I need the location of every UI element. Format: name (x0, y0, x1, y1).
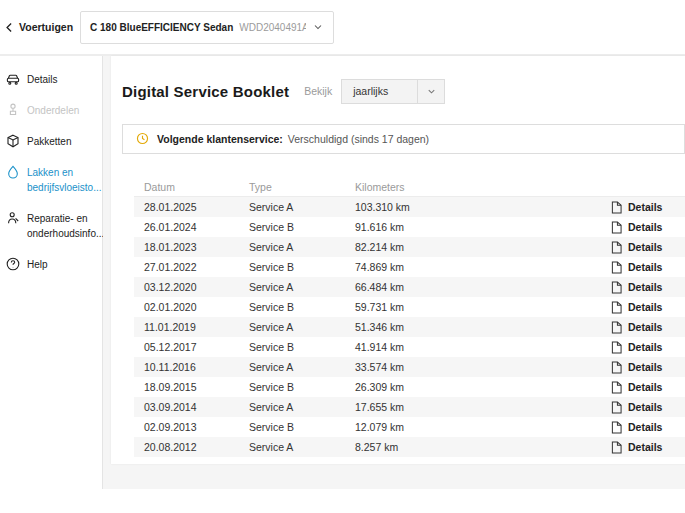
sidebar-item-label: Onderdelen (27, 103, 79, 118)
details-label: Details (628, 421, 662, 433)
document-icon (611, 221, 622, 234)
document-icon (611, 441, 622, 454)
cell-kilometers: 74.869 km (345, 261, 611, 273)
table-row: 18.09.2015 Service B 26.309 km Details (134, 377, 685, 397)
document-icon (611, 321, 622, 334)
cell-datum: 03.09.2014 (134, 401, 239, 413)
sidebar: Details Onderdelen Pakketten Lakken en b… (0, 56, 103, 489)
sidebar-item-label: Reparatie- en onderhoudsinfo... (27, 211, 104, 241)
sidebar-item-details[interactable]: Details (0, 64, 102, 95)
table-row: 02.09.2013 Service B 12.079 km Details (134, 417, 685, 437)
details-button[interactable]: Details (611, 241, 685, 254)
details-label: Details (628, 301, 662, 313)
cell-type: Service B (239, 221, 345, 233)
cell-type: Service B (239, 381, 345, 393)
sidebar-item-pakketten[interactable]: Pakketten (0, 126, 102, 157)
details-button[interactable]: Details (611, 421, 685, 434)
document-icon (611, 421, 622, 434)
cell-kilometers: 91.616 km (345, 221, 611, 233)
cell-datum: 03.12.2020 (134, 281, 239, 293)
cell-datum: 11.01.2019 (134, 321, 239, 333)
cell-datum: 02.09.2013 (134, 421, 239, 433)
view-interval-value: jaarlijks (342, 80, 417, 103)
cell-kilometers: 82.214 km (345, 241, 611, 253)
sidebar-item-onderdelen[interactable]: Onderdelen (0, 95, 102, 126)
notice-label: Volgende klantenservice: (157, 133, 283, 145)
document-icon (611, 401, 622, 414)
back-label: Voertuigen (19, 21, 73, 33)
chevron-down-icon (312, 21, 324, 33)
document-icon (611, 261, 622, 274)
back-to-vehicles-link[interactable]: Voertuigen (3, 21, 73, 34)
document-icon (611, 281, 622, 294)
vehicle-selector-dropdown[interactable]: C 180 BlueEFFICIENCY Sedan WDD2040491A60… (80, 11, 334, 44)
document-icon (611, 241, 622, 254)
details-button[interactable]: Details (611, 361, 685, 374)
view-label: Bekijk (304, 85, 332, 97)
table-row: 03.09.2014 Service A 17.655 km Details (134, 397, 685, 417)
table-row: 03.12.2020 Service A 66.484 km Details (134, 277, 685, 297)
details-label: Details (628, 281, 662, 293)
details-button[interactable]: Details (611, 281, 685, 294)
sidebar-item-label: Lakken en bedrijfsvloeisto... (27, 165, 101, 195)
details-button[interactable]: Details (611, 341, 685, 354)
cell-type: Service B (239, 341, 345, 353)
cell-type: Service A (239, 201, 345, 213)
details-label: Details (628, 261, 662, 273)
cell-datum: 10.11.2016 (134, 361, 239, 373)
clock-icon (136, 132, 149, 147)
cell-datum: 02.01.2020 (134, 301, 239, 313)
document-icon (611, 301, 622, 314)
cell-datum: 27.01.2022 (134, 261, 239, 273)
table-row: 02.01.2020 Service B 59.731 km Details (134, 297, 685, 317)
mechanic-icon (5, 210, 21, 226)
details-label: Details (628, 221, 662, 233)
chevron-down-icon (417, 80, 444, 103)
cell-kilometers: 8.257 km (345, 441, 611, 453)
help-icon (5, 256, 21, 272)
details-button[interactable]: Details (611, 401, 685, 414)
topbar: Voertuigen C 180 BlueEFFICIENCY Sedan WD… (0, 0, 685, 56)
cell-kilometers: 33.574 km (345, 361, 611, 373)
details-button[interactable]: Details (611, 321, 685, 334)
column-header-kilometers: Kilometers (345, 181, 611, 193)
cell-type: Service B (239, 421, 345, 433)
cell-kilometers: 51.346 km (345, 321, 611, 333)
sidebar-item-label: Details (27, 72, 58, 87)
details-button[interactable]: Details (611, 201, 685, 214)
cell-datum: 05.12.2017 (134, 341, 239, 353)
sidebar-item-label: Help (27, 257, 48, 272)
details-button[interactable]: Details (611, 261, 685, 274)
notice-text: Verschuldigd (sinds 17 dagen) (288, 133, 429, 145)
sidebar-item-help[interactable]: Help (0, 249, 102, 280)
cell-datum: 18.01.2023 (134, 241, 239, 253)
table-body: 28.01.2025 Service A 103.310 km Details … (134, 197, 685, 457)
table-header: Datum Type Kilometers (134, 178, 685, 197)
details-button[interactable]: Details (611, 301, 685, 314)
details-label: Details (628, 241, 662, 253)
cell-datum: 26.01.2024 (134, 221, 239, 233)
app-window: Voertuigen C 180 BlueEFFICIENCY Sedan WD… (0, 0, 685, 489)
details-label: Details (628, 321, 662, 333)
service-booklet-card: Digital Service Booklet Bekijk jaarlijks… (111, 56, 685, 464)
cell-type: Service B (239, 301, 345, 313)
table-row: 28.01.2025 Service A 103.310 km Details (134, 197, 685, 217)
cell-kilometers: 26.309 km (345, 381, 611, 393)
view-interval-dropdown[interactable]: jaarlijks (341, 79, 445, 104)
cell-type: Service B (239, 261, 345, 273)
service-history-table: Datum Type Kilometers 28.01.2025 Service… (134, 178, 685, 457)
chevron-left-icon (3, 21, 16, 34)
table-row: 18.01.2023 Service A 82.214 km Details (134, 237, 685, 257)
sidebar-item-reparatie-en-onderhoudsinfo[interactable]: Reparatie- en onderhoudsinfo... (0, 203, 102, 249)
cell-type: Service A (239, 321, 345, 333)
fluid-drop-icon (5, 164, 21, 180)
details-button[interactable]: Details (611, 381, 685, 394)
details-button[interactable]: Details (611, 221, 685, 234)
sidebar-item-label: Pakketten (27, 134, 71, 149)
sidebar-item-lakken-en-bedrijfsvloeistoffen[interactable]: Lakken en bedrijfsvloeisto... (0, 157, 102, 203)
cell-type: Service A (239, 241, 345, 253)
table-row: 10.11.2016 Service A 33.574 km Details (134, 357, 685, 377)
document-icon (611, 361, 622, 374)
cell-type: Service A (239, 401, 345, 413)
details-button[interactable]: Details (611, 441, 685, 454)
